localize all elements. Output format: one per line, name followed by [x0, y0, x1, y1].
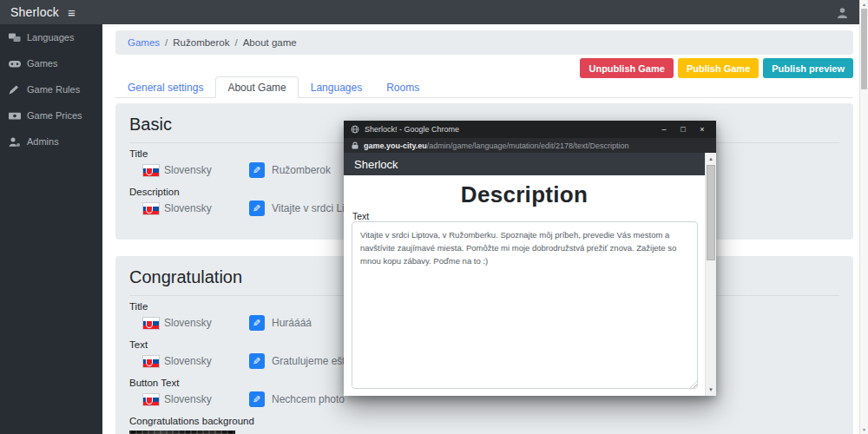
sidebar-item-game-prices[interactable]: Game Prices — [0, 102, 102, 128]
user-circle-icon[interactable] — [836, 6, 849, 19]
popup-address-bar[interactable]: game.you-city.eu/admin/game/language/mut… — [344, 138, 716, 153]
tab-general-settings[interactable]: General settings — [115, 76, 215, 97]
slovakia-flag-icon — [143, 165, 159, 176]
top-navbar: Sherlock — [0, 0, 859, 24]
maximize-icon[interactable]: □ — [676, 125, 690, 134]
sidebar-item-admins[interactable]: Admins — [0, 128, 102, 155]
scrollbar-thumb[interactable] — [707, 165, 715, 260]
breadcrumb-item: About game — [243, 37, 297, 48]
edit-congrat-text-button[interactable] — [249, 353, 265, 369]
lock-icon — [352, 141, 358, 149]
publish-game-button[interactable]: Publish Game — [678, 58, 759, 78]
edit-button-text-button[interactable] — [249, 391, 265, 407]
sidebar-item-languages[interactable]: Languages — [0, 24, 102, 50]
sidebar-item-label: Admins — [27, 136, 59, 147]
globe-favicon — [351, 125, 359, 134]
sidebar-item-games[interactable]: Games — [0, 50, 102, 76]
url-domain: game.you-city.eu — [364, 141, 427, 150]
slovakia-flag-icon — [143, 356, 159, 367]
breadcrumb: Games / Ružomberok / About game — [115, 30, 853, 55]
unpublish-game-button[interactable]: Unpublish Game — [580, 58, 673, 78]
edit-pencil-icon — [253, 204, 260, 214]
popup-navbar: Sherlock — [344, 153, 705, 175]
field-label-congratulations-background: Congratulations background — [129, 416, 839, 426]
edit-pencil-icon — [253, 166, 260, 175]
field-value: Nechcem photo — [272, 393, 345, 405]
language-name: Slovensky — [164, 164, 212, 176]
slovakia-flag-icon — [143, 318, 159, 329]
popup-window: Sherlock! - Google Chrome – □ × game.you… — [344, 121, 716, 396]
action-buttons: Unpublish Game Publish Game Publish prev… — [580, 58, 853, 78]
breadcrumb-item: Ružomberok — [173, 37, 229, 48]
slovakia-flag-icon — [143, 394, 159, 405]
minimize-icon[interactable]: – — [657, 125, 671, 134]
scrollbar-thumb[interactable] — [861, 9, 867, 89]
sidebar-item-label: Games — [27, 58, 57, 69]
edit-pencil-icon — [253, 319, 260, 328]
scroll-up-icon[interactable] — [860, 0, 868, 9]
sidebar-item-game-rules[interactable]: Game Rules — [0, 76, 102, 102]
field-value: Ružomberok — [272, 164, 331, 176]
sidebar-item-label: Languages — [27, 32, 74, 43]
popup-heading: Description — [344, 181, 705, 208]
app-brand: Sherlock — [10, 5, 59, 19]
popup-brand: Sherlock — [354, 158, 398, 171]
popup-window-title: Sherlock! - Google Chrome — [365, 125, 652, 134]
sidebar: Languages Games Game Rules Game Prices A… — [0, 24, 102, 434]
language-name: Slovensky — [164, 202, 212, 214]
edit-pencil-icon — [253, 357, 260, 366]
edit-title-button[interactable] — [249, 162, 265, 178]
breadcrumb-separator: / — [234, 37, 237, 48]
edit-description-button[interactable] — [249, 201, 265, 216]
language-name: Slovensky — [164, 393, 212, 405]
language-name: Slovensky — [164, 355, 212, 367]
languages-icon — [9, 33, 21, 43]
slovakia-flag-icon — [143, 203, 159, 214]
language-name: Slovensky — [164, 317, 212, 329]
sidebar-item-label: Game Rules — [27, 84, 80, 95]
page-scrollbar — [859, 0, 868, 434]
tab-bar: General settings About Game Languages Ro… — [115, 76, 853, 98]
scroll-down-icon[interactable] — [860, 425, 868, 434]
congratulations-background-image — [129, 431, 235, 434]
popup-titlebar[interactable]: Sherlock! - Google Chrome – □ × — [344, 121, 716, 138]
tab-languages[interactable]: Languages — [299, 76, 374, 97]
breadcrumb-separator: / — [165, 37, 168, 48]
text-field-label: Text — [352, 211, 369, 221]
scroll-down-icon[interactable] — [706, 385, 716, 395]
pencil-icon — [9, 85, 21, 95]
edit-pencil-icon — [253, 395, 260, 404]
field-value: Huráááá — [272, 317, 312, 329]
url-path: /admin/game/language/mutation/edit/2178/… — [427, 141, 629, 150]
user-icon — [9, 137, 21, 147]
tab-rooms[interactable]: Rooms — [374, 76, 431, 97]
banknote-icon — [9, 111, 21, 121]
hamburger-icon[interactable] — [68, 5, 76, 20]
description-textarea[interactable]: Vitajte v srdci Liptova, v Ružomberku. S… — [352, 221, 698, 389]
publish-preview-button[interactable]: Publish preview — [763, 58, 853, 78]
breadcrumb-link-games[interactable]: Games — [128, 37, 160, 48]
close-icon[interactable]: × — [695, 125, 709, 134]
popup-scrollbar — [705, 153, 716, 396]
tab-about-game[interactable]: About Game — [215, 76, 298, 98]
gamepad-icon — [9, 59, 21, 69]
scroll-up-icon[interactable] — [706, 154, 716, 164]
popup-content: Sherlock Description Text Vitajte v srdc… — [344, 153, 716, 396]
sidebar-item-label: Game Prices — [27, 110, 82, 121]
edit-congrat-title-button[interactable] — [249, 315, 265, 331]
